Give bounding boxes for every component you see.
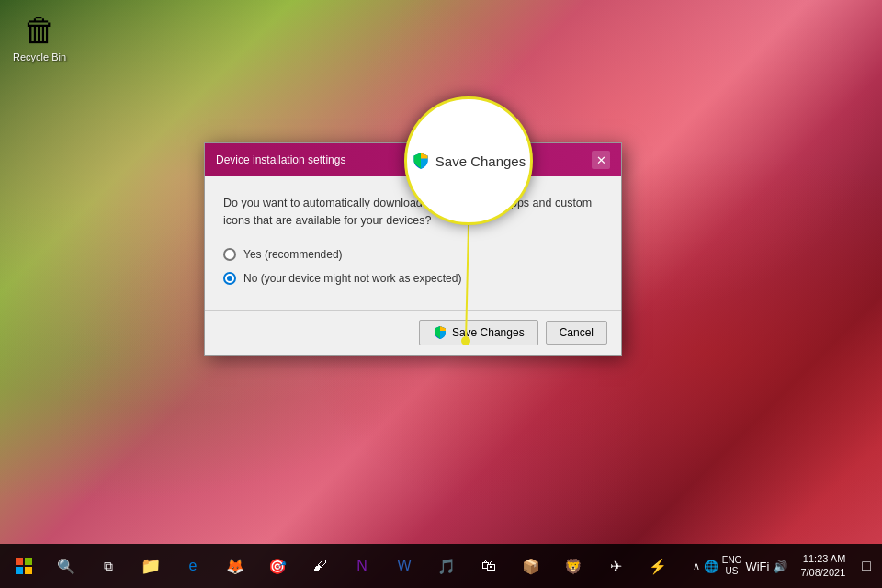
dialog-footer: Save Changes Cancel — [205, 310, 621, 355]
dialog-body: Do you want to automatically download ma… — [205, 176, 621, 310]
taskbar-app-explorer[interactable]: 📁 — [130, 546, 171, 586]
tray-volume[interactable]: 🔊 — [773, 560, 787, 573]
radio-no-circle — [223, 272, 236, 285]
svg-rect-1 — [16, 558, 23, 565]
clock-time: 11:23 AM — [803, 552, 845, 566]
magnify-shield-icon — [412, 152, 430, 170]
taskbar-app-edge[interactable]: e — [173, 546, 213, 586]
clock-date: 7/08/2021 — [800, 566, 845, 580]
radio-no-label: No (your device might not work as expect… — [243, 272, 461, 285]
taskbar-app-firefox[interactable]: 🦊 — [215, 546, 255, 586]
search-button[interactable]: 🔍 — [46, 546, 86, 586]
tray-wifi[interactable]: WiFi — [745, 560, 769, 573]
tray-eng-label[interactable]: ENGUS — [722, 555, 742, 577]
magnify-circle: Save Changes — [404, 96, 533, 225]
magnify-content: Save Changes — [412, 152, 526, 170]
taskbar-app-telegram[interactable]: ✈ — [595, 546, 636, 586]
cancel-button[interactable]: Cancel — [546, 321, 607, 345]
taskbar-app-files[interactable]: 📦 — [511, 546, 551, 586]
radio-yes[interactable]: Yes (recommended) — [223, 248, 603, 261]
recycle-bin-icon-desktop[interactable]: 🗑 Recycle Bin — [7, 7, 72, 66]
task-view-button[interactable]: ⧉ — [88, 546, 129, 586]
windows-logo-icon — [16, 558, 32, 574]
radio-yes-circle — [223, 248, 236, 261]
dialog-question: Do you want to automatically download ma… — [223, 195, 603, 230]
taskbar-app-store[interactable]: 🛍 — [469, 546, 509, 586]
tray-chevron[interactable]: ∧ — [693, 560, 700, 572]
radio-no[interactable]: No (your device might not work as expect… — [223, 272, 603, 285]
dialog-title: Device installation settings — [216, 153, 345, 166]
taskbar-right: ∧ 🌐 ENGUS WiFi 🔊 11:23 AM 7/08/2021 □ — [693, 552, 882, 581]
taskbar-app-brave[interactable]: 🦁 — [553, 546, 594, 586]
svg-rect-4 — [25, 567, 32, 574]
shield-icon — [433, 325, 447, 340]
save-changes-button[interactable]: Save Changes — [419, 320, 538, 345]
taskbar-app-word[interactable]: W — [384, 546, 424, 586]
taskbar-app-onenote[interactable]: N — [342, 546, 382, 586]
taskbar-app-extra[interactable]: ⚡ — [638, 546, 678, 586]
connector-dot — [461, 336, 470, 345]
taskbar-app-spotify[interactable]: 🎵 — [426, 546, 467, 586]
clock[interactable]: 11:23 AM 7/08/2021 — [793, 552, 853, 581]
svg-rect-2 — [25, 558, 32, 565]
taskbar-app-3[interactable]: 🎯 — [257, 546, 298, 586]
taskbar-left: 🔍 ⧉ 📁 e 🦊 🎯 🖌 N W 🎵 🛍 📦 🦁 ✈ ⚡ — [0, 546, 678, 586]
system-tray-icons: ∧ 🌐 ENGUS WiFi 🔊 — [693, 555, 788, 577]
radio-yes-label: Yes (recommended) — [243, 248, 343, 261]
desktop: 🗑 Recycle Bin Device installation settin… — [0, 0, 882, 588]
notification-center[interactable]: □ — [858, 558, 875, 574]
magnify-label: Save Changes — [435, 153, 526, 169]
taskbar: 🔍 ⧉ 📁 e 🦊 🎯 🖌 N W 🎵 🛍 📦 🦁 ✈ ⚡ ∧ 🌐 ENGUS … — [0, 544, 882, 588]
dialog-close-button[interactable]: ✕ — [592, 151, 610, 169]
start-button[interactable] — [4, 546, 44, 586]
tray-network[interactable]: 🌐 — [704, 560, 718, 573]
recycle-bin-icon: 🗑 — [23, 11, 56, 50]
svg-rect-3 — [16, 567, 23, 574]
recycle-bin-label: Recycle Bin — [13, 51, 66, 62]
taskbar-app-paint[interactable]: 🖌 — [300, 546, 340, 586]
